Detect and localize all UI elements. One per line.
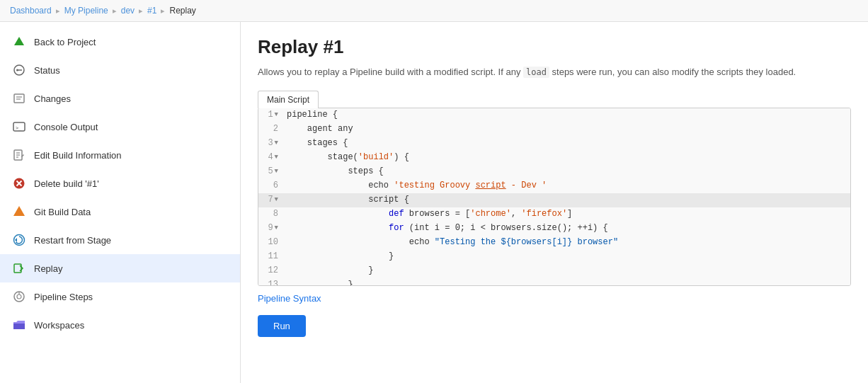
pipeline-steps-icon (11, 289, 27, 304)
fold-arrow-5[interactable]: ▼ (275, 166, 278, 176)
line-number-3: 3▼ (258, 137, 284, 150)
code-content-8: def browsers = ['chrome', 'firefox'] (284, 207, 575, 221)
sidebar-label-delete-build: Delete build '#1' (34, 178, 99, 189)
code-content-12: } (284, 264, 376, 278)
git-build-data-icon (11, 204, 27, 219)
delete-build-icon (11, 176, 27, 191)
sidebar-label-pipeline-steps: Pipeline Steps (34, 292, 93, 302)
sidebar-item-changes[interactable]: Changes (0, 84, 240, 113)
code-line-8: 8 def browsers = ['chrome', 'firefox'] (258, 207, 850, 222)
fold-arrow-9[interactable]: ▼ (275, 223, 278, 233)
breadcrumb-sep-1: ▸ (56, 6, 60, 16)
code-content-10: echo "Testing the ${browsers[i]} browser… (284, 236, 621, 249)
sidebar-item-pipeline-steps[interactable]: Pipeline Steps (0, 282, 240, 311)
sidebar-label-git-build-data: Git Build Data (34, 207, 91, 217)
code-line-4: 4▼ stage('build') { (258, 151, 850, 165)
code-line-6: 6 echo 'testing Groovy script - Dev ' (258, 179, 850, 193)
status-icon (11, 62, 27, 78)
sidebar: Back to ProjectStatusChanges>_Console Ou… (0, 22, 241, 383)
svg-marker-18 (15, 238, 17, 242)
fold-arrow-1[interactable]: ▼ (275, 110, 278, 120)
svg-marker-16 (13, 206, 25, 216)
desc-prefix: Allows you to replay a Pipeline build wi… (258, 67, 523, 77)
sidebar-item-restart-from-stage[interactable]: Restart from Stage (0, 226, 240, 254)
replay-icon (11, 261, 27, 276)
script-tab[interactable]: Main Script (258, 91, 319, 108)
line-number-4: 4▼ (258, 151, 284, 164)
changes-icon (11, 91, 27, 106)
code-line-2: 2 agent any (258, 122, 850, 137)
page-title: Replay #1 (258, 36, 851, 58)
code-content-13: } (284, 278, 356, 285)
code-content-9: for (int i = 0; i < browsers.size(); ++i… (284, 222, 611, 235)
line-number-9: 9▼ (258, 222, 284, 235)
breadcrumb-dev[interactable]: dev (121, 6, 135, 16)
svg-marker-0 (14, 37, 24, 45)
code-line-13: 13 } (258, 278, 850, 285)
code-line-10: 10 echo "Testing the ${browsers[i]} brow… (258, 236, 850, 250)
breadcrumb: Dashboard ▸ My Pipeline ▸ dev ▸ #1 ▸ Rep… (0, 0, 868, 22)
line-number-10: 10 (258, 236, 284, 249)
code-content-3: stages { (284, 137, 350, 150)
edit-build-information-icon (11, 147, 27, 163)
sidebar-label-back-to-project: Back to Project (34, 37, 96, 47)
breadcrumb-replay: Replay (169, 6, 195, 16)
back-to-project-icon (11, 34, 27, 50)
fold-arrow-7[interactable]: ▼ (275, 195, 278, 205)
main-content: Replay #1 Allows you to replay a Pipelin… (241, 22, 868, 383)
sidebar-label-replay: Replay (34, 263, 62, 274)
code-line-7: 7▼ script { (258, 193, 850, 207)
breadcrumb-pipeline[interactable]: My Pipeline (64, 6, 108, 16)
breadcrumb-dashboard[interactable]: Dashboard (10, 6, 52, 16)
code-content-6: echo 'testing Groovy script - Dev ' (284, 179, 549, 193)
code-line-12: 12 } (258, 264, 850, 278)
sidebar-label-status: Status (34, 65, 60, 76)
sidebar-item-console-output[interactable]: >_Console Output (0, 113, 240, 141)
sidebar-item-replay[interactable]: Replay (0, 254, 240, 282)
code-line-3: 3▼ stages { (258, 137, 850, 151)
fold-arrow-4[interactable]: ▼ (275, 152, 278, 162)
line-number-12: 12 (258, 264, 284, 278)
line-number-13: 13 (258, 278, 284, 285)
line-number-11: 11 (258, 250, 284, 263)
breadcrumb-sep-2: ▸ (113, 6, 117, 16)
fold-arrow-3[interactable]: ▼ (275, 138, 278, 148)
sidebar-item-back-to-project[interactable]: Back to Project (0, 28, 240, 56)
svg-rect-4 (14, 94, 24, 103)
sidebar-item-workspaces[interactable]: Workspaces (0, 311, 240, 339)
console-output-icon: >_ (11, 119, 27, 135)
sidebar-item-git-build-data[interactable]: Git Build Data (0, 198, 240, 226)
script-area: Main Script 1▼pipeline {2 agent any3▼ st… (258, 91, 851, 286)
line-number-8: 8 (258, 207, 284, 221)
desc-code: load (523, 67, 549, 78)
code-content-1: pipeline { (284, 108, 341, 122)
code-editor[interactable]: 1▼pipeline {2 agent any3▼ stages {4▼ sta… (258, 108, 850, 285)
code-content-4: stage('build') { (284, 151, 412, 164)
line-number-6: 6 (258, 179, 284, 193)
breadcrumb-sep-3: ▸ (139, 6, 143, 16)
code-content-11: } (284, 250, 396, 263)
sidebar-item-edit-build-information[interactable]: Edit Build Information (0, 141, 240, 169)
pipeline-syntax-link[interactable]: Pipeline Syntax (258, 293, 321, 304)
sidebar-label-console-output: Console Output (34, 122, 98, 132)
code-line-11: 11 } (258, 250, 850, 264)
sidebar-label-restart-from-stage: Restart from Stage (34, 235, 111, 246)
sidebar-item-delete-build[interactable]: Delete build '#1' (0, 169, 240, 198)
code-line-9: 9▼ for (int i = 0; i < browsers.size(); … (258, 222, 850, 236)
code-line-5: 5▼ steps { (258, 165, 850, 179)
code-content-2: agent any (284, 122, 356, 136)
code-content-5: steps { (284, 165, 387, 178)
workspaces-icon (11, 317, 27, 333)
line-number-2: 2 (258, 122, 284, 136)
breadcrumb-build[interactable]: #1 (147, 6, 156, 16)
line-number-1: 1▼ (258, 108, 284, 122)
code-content-7: script { (284, 193, 412, 207)
code-line-1: 1▼pipeline { (258, 108, 850, 122)
breadcrumb-sep-4: ▸ (161, 6, 165, 16)
page-description: Allows you to replay a Pipeline build wi… (258, 65, 851, 79)
sidebar-label-workspaces: Workspaces (34, 320, 84, 331)
sidebar-item-status[interactable]: Status (0, 56, 240, 84)
line-number-5: 5▼ (258, 165, 284, 178)
svg-text:>_: >_ (16, 125, 22, 131)
run-button[interactable]: Run (258, 315, 306, 337)
